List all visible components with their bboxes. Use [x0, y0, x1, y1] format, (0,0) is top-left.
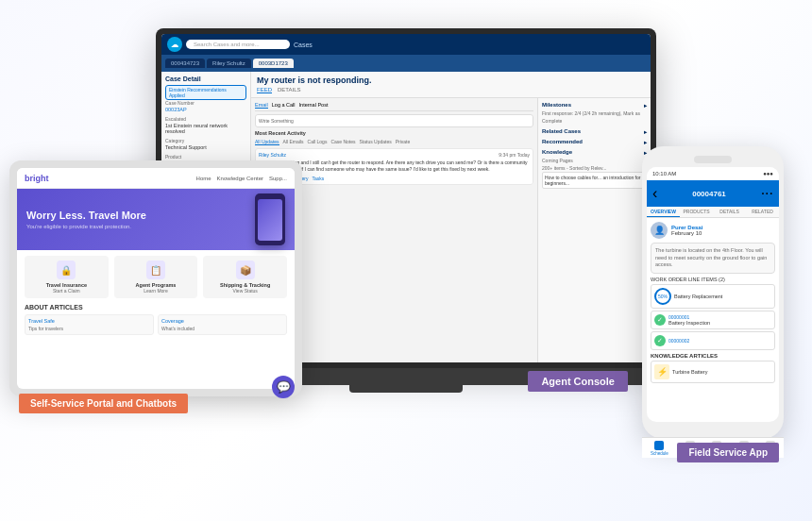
- sub-tab-private[interactable]: Private: [396, 139, 411, 145]
- case-number-value: 00023AP: [165, 107, 246, 112]
- sub-tab-call-logs[interactable]: Call Logs: [308, 139, 328, 145]
- recommended-title: Recommended ▸: [542, 139, 647, 145]
- mobile-knowledge-text: Turbine Battery: [672, 369, 707, 375]
- mobile-card-location-text: The turbine is located on the 4th Floor.…: [655, 247, 770, 269]
- portal-card-3[interactable]: 📦 Shipping & Tracking View Status: [203, 256, 287, 298]
- mobile-signal: ●●●: [763, 171, 773, 176]
- portal-phone-screen: [258, 199, 282, 241]
- feed-compose-box[interactable]: Write Something: [255, 114, 533, 127]
- portal-hero: Worry Less. Travel More You're eligible …: [17, 189, 295, 250]
- activity-header: Most Recent Activity: [255, 130, 533, 136]
- mobile-app-header: ‹ 00004761 ···: [647, 180, 779, 207]
- mobile-wrapper: 10:10 AM ●●● ‹ 00004761 ··· OVERVIEW PRO…: [642, 146, 784, 458]
- tablet-screen: bright Home Knowledge Center Supp... Wor…: [17, 168, 295, 389]
- portal-card-1[interactable]: 🔒 Travel Insurance Start a Claim: [25, 256, 109, 298]
- portal-nav-support[interactable]: Supp...: [269, 176, 287, 181]
- sub-tab-all-emails[interactable]: All Emails: [283, 139, 304, 145]
- lsc-header: ☁ Search Cases and more... Cases: [161, 34, 651, 55]
- sub-tab-case-notes[interactable]: Case Notes: [330, 139, 355, 145]
- mobile-tab-products[interactable]: PRODUCTS: [680, 207, 713, 217]
- mobile-work-item-2[interactable]: ✓ 00000001 Battery Inspection: [651, 311, 775, 329]
- mobile-work-item-1[interactable]: 50% Battery Replacement: [651, 284, 775, 309]
- activity-sub-tabs: All Updates All Emails Call Logs Case No…: [255, 139, 533, 145]
- mobile-status-bar: 10:10 AM ●●●: [647, 167, 779, 180]
- feed-author: Riley Schultz: [259, 152, 286, 158]
- main-scene: ☁ Search Cases and more... Cases 0004347…: [0, 0, 812, 521]
- portal-articles-row: Travel Safe Tips for travelers Coverage …: [25, 314, 287, 335]
- lsc-tab-1[interactable]: 000434723: [165, 59, 205, 68]
- tablet-device: bright Home Knowledge Center Supp... Wor…: [9, 160, 302, 396]
- mobile-tab-details[interactable]: DETAILS: [713, 207, 746, 217]
- lsc-nav-cases[interactable]: Cases: [294, 42, 313, 48]
- portal-article-1[interactable]: Travel Safe Tips for travelers: [25, 314, 154, 335]
- sub-tab-status[interactable]: Status Updates: [360, 139, 392, 145]
- category-label: Category: [165, 138, 246, 143]
- feed-tab-log-call[interactable]: Log a Call: [272, 102, 296, 109]
- mobile-avatar: 👤: [651, 222, 668, 239]
- portal-card-subtitle-3: View Status: [208, 288, 282, 294]
- mobile-work-item-3[interactable]: ✓ 00000002: [651, 331, 775, 350]
- portal-card-2[interactable]: 📋 Agent Programs Learn More: [114, 256, 198, 298]
- field-service-label: Field Service App: [677, 443, 779, 462]
- portal-hero-title: Worry Less. Travel More: [26, 210, 247, 221]
- more-icon[interactable]: ···: [761, 185, 773, 202]
- turbine-icon: ⚡: [654, 364, 669, 379]
- portal-nav-knowledge[interactable]: Knowledge Center: [217, 176, 263, 181]
- mobile-time: 10:10 AM: [652, 171, 676, 176]
- mobile-tab-overview[interactable]: OVERVIEW: [647, 207, 680, 217]
- feed-time: 9:34 pm Today: [499, 152, 530, 158]
- portal-card-icon-2: 📋: [146, 260, 165, 279]
- milestones-section: Milestones ▸ First response: 2/4 (2/4 2h…: [542, 102, 647, 125]
- mobile-location-card: The turbine is located on the 4th Floor.…: [651, 243, 775, 274]
- case-title: My router is not responding.: [257, 76, 645, 85]
- case-tab-details[interactable]: DETAILS: [278, 87, 301, 93]
- salesforce-logo: ☁: [167, 37, 182, 52]
- portal-article-2[interactable]: Coverage What's included: [158, 314, 287, 335]
- knowledge-item-1[interactable]: How to choose cables for... an introduct…: [542, 172, 647, 189]
- mobile-checkmark-2: ✓: [654, 335, 666, 346]
- mobile-knowledge-section: KNOWLEDGE ARTICLES ⚡ Turbine Battery: [651, 353, 775, 383]
- lsc-nav: Cases: [294, 42, 645, 48]
- portal-label: Self-Service Portal and Chatbots: [19, 394, 188, 413]
- chatbot-button[interactable]: 💬: [272, 376, 295, 389]
- lsc-tab-riley[interactable]: Riley Schultz: [207, 59, 251, 68]
- case-tab-feed[interactable]: FEED: [257, 87, 272, 93]
- portal-card-icon-3: 📦: [236, 260, 255, 279]
- milestones-expand-icon[interactable]: ▸: [644, 102, 647, 109]
- tablet-wrapper: bright Home Knowledge Center Supp... Wor…: [9, 160, 302, 406]
- portal-articles-title: ABOUT ARTICLES: [25, 304, 287, 311]
- feed-tab-internal[interactable]: Internal Post: [299, 102, 329, 109]
- agent-console-label: Agent Console: [528, 371, 628, 392]
- mobile-profile: 👤 Purer Desai February 10: [651, 222, 775, 239]
- sub-tab-all-updates[interactable]: All Updates: [255, 139, 279, 145]
- related-cases-expand-icon[interactable]: ▸: [644, 128, 647, 135]
- back-icon[interactable]: ‹: [652, 185, 657, 202]
- escalated-value: 1st Einstein neural network resolved: [165, 123, 246, 134]
- knowledge-title: Knowledge ▸: [542, 149, 647, 156]
- lsc-tab-active[interactable]: 0003D1723: [253, 59, 294, 68]
- mobile-checkmark-1: ✓: [654, 314, 666, 326]
- mobile-device: 10:10 AM ●●● ‹ 00004761 ··· OVERVIEW PRO…: [642, 146, 784, 439]
- portal-nav-home[interactable]: Home: [196, 176, 211, 181]
- feed-tab-email[interactable]: Email: [255, 102, 268, 109]
- mobile-profile-date: February 10: [671, 230, 702, 236]
- portal-article-title-1: Travel Safe: [28, 318, 150, 324]
- portal-hero-phone-mockup: [255, 193, 285, 245]
- feed-compose-tabs: Email Log a Call Internal Post: [255, 102, 533, 111]
- feed-action-tasks[interactable]: Tasks: [312, 176, 324, 181]
- portal-article-text-1: Tips for travelers: [28, 326, 150, 331]
- lsc-search-bar[interactable]: Search Cases and more...: [186, 40, 290, 49]
- lsc-main-area: My router is not responding. FEED DETAIL…: [251, 72, 651, 362]
- recommended-section: Recommended ▸: [542, 139, 647, 145]
- portal-cards-row: 🔒 Travel Insurance Start a Claim 📋 Agent…: [25, 256, 287, 298]
- milestones-title: Milestones ▸: [542, 102, 647, 109]
- case-number-label: Case Number: [165, 100, 246, 106]
- mobile-tab-related[interactable]: RELATED: [746, 207, 779, 217]
- mobile-app-title: 00004761: [692, 190, 726, 198]
- recommended-expand-icon[interactable]: ▸: [644, 139, 647, 145]
- mobile-progress-circle: 50%: [654, 288, 671, 305]
- portal-header: bright Home Knowledge Center Supp...: [17, 168, 295, 189]
- escalated-label: Escalated: [165, 116, 246, 122]
- mobile-knowledge-card[interactable]: ⚡ Turbine Battery: [651, 361, 775, 383]
- escalated-group: Escalated 1st Einstein neural network re…: [165, 116, 246, 134]
